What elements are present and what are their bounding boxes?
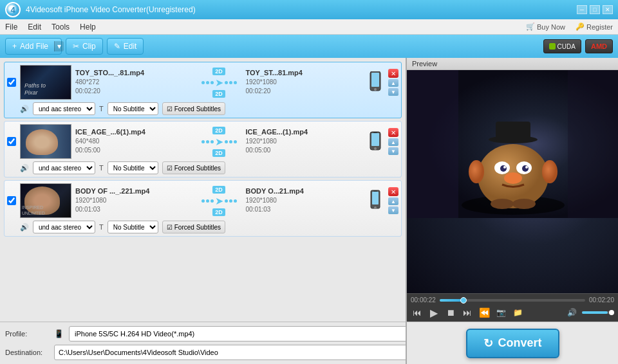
file-thumbnail-3: INSPIREDUNLIMTED [20,183,71,218]
checkbox-icon-1: ☑ [167,105,173,113]
svg-point-5 [374,147,377,150]
item-controls-3: ✕ ▲ ▼ [388,187,398,214]
buy-now-button[interactable]: 🛒 Buy Now [526,23,565,31]
file-output-2: ICE_AGE...(1).mp4 1920*1080 00:05:00 [246,128,363,155]
skip-to-start-button[interactable]: ⏮ [411,306,424,319]
svg-point-22 [500,165,507,172]
move-up-1-button[interactable]: ▲ [388,79,398,87]
file-thumbnail-2 [20,124,71,159]
forced-subtitles-2-button[interactable]: ☑ Forced Subtitles [162,161,225,174]
svg-rect-9 [373,190,377,192]
subtitle-icon-3: T [99,223,104,231]
audio-select-1[interactable]: und aac stereo [33,102,95,115]
preview-label: Preview [407,58,618,70]
menu-help[interactable]: Help [80,23,96,32]
clip-button[interactable]: ✂ Clip [66,38,103,55]
file-output-1: TOY_ST...81.mp4 1920*1080 00:02:20 [246,69,363,96]
move-down-1-button[interactable]: ▼ [388,88,398,96]
add-file-button[interactable]: + Add File ▾ [5,38,62,55]
file-item-2: ICE_AGE_...6(1).mp4 640*480 00:05:00 2D … [4,121,402,177]
move-up-3-button[interactable]: ▲ [388,197,398,205]
menu-edit[interactable]: Edit [28,23,41,32]
svg-rect-1 [371,73,379,87]
progress-bar[interactable] [440,299,585,302]
svg-point-10 [374,206,377,209]
move-down-3-button[interactable]: ▼ [388,206,398,214]
skip-to-end-button[interactable]: ⏭ [461,306,474,319]
window-controls: ─ □ ✕ [577,5,613,14]
file-checkbox-1[interactable] [7,78,16,87]
svg-rect-8 [372,192,379,205]
remove-file-3-button[interactable]: ✕ [388,187,398,196]
play-button[interactable]: ▶ [427,306,440,319]
device-icon-2 [366,131,384,152]
register-button[interactable]: 🔑 Register [576,23,613,31]
svg-point-24 [503,166,506,168]
cuda-dot [549,43,556,50]
file-info-1: TOY_STO..._.81.mp4 480*272 00:02:20 [75,69,192,96]
file-item-1-bottom: 🔊 und aac stereo T No Subtitle ☑ Forced … [7,102,398,115]
subtitle-select-2[interactable]: No Subtitle [108,161,158,174]
progress-fill [440,299,462,302]
open-folder-preview-button[interactable]: 📁 [511,306,524,319]
file-item-2-bottom: 🔊 und aac stereo T No Subtitle ☑ Forced … [7,161,398,174]
close-button[interactable]: ✕ [603,5,613,14]
convert-button[interactable]: ↻ Convert [466,329,559,358]
svg-rect-12 [407,70,458,218]
subtitle-select-3[interactable]: No Subtitle [108,221,158,233]
forced-subtitles-1-button[interactable]: ☑ Forced Subtitles [162,102,225,115]
svg-point-2 [374,88,377,91]
progress-thumb [460,297,467,304]
minimize-button[interactable]: ─ [577,5,587,14]
svg-point-23 [522,165,529,172]
snapshot-button[interactable]: 📷 [494,306,507,319]
edit-button[interactable]: ✎ Edit [107,38,144,55]
svg-point-18 [469,160,484,183]
move-down-2-button[interactable]: ▼ [388,147,398,155]
svg-point-27 [491,199,514,209]
item-controls-2: ✕ ▲ ▼ [388,128,398,155]
speaker-icon-3: 🔊 [20,223,29,232]
maximize-button[interactable]: □ [590,5,600,14]
edit-icon: ✎ [114,42,120,51]
file-output-3: BODY O...21.mp4 1920*1080 00:01:03 [246,187,363,214]
menu-tools[interactable]: Tools [52,23,70,32]
time-start: 00:00:22 [411,296,436,304]
content-area: Paths toPixar TOY_STO..._.81.mp4 480*272… [0,58,618,322]
svg-point-19 [542,160,557,183]
file-info-2: ICE_AGE_...6(1).mp4 640*480 00:05:00 [75,128,192,155]
volume-slider[interactable] [582,311,614,314]
forced-subtitles-3-button[interactable]: ☑ Forced Subtitles [162,221,225,233]
dest-label: Destination: [5,349,50,356]
plus-icon: + [12,42,17,51]
stop-button[interactable]: ⏹ [444,306,457,319]
amd-button[interactable]: AMD [585,39,613,53]
preview-controls: 00:00:22 00:02:20 ⏮ ▶ ⏹ ⏭ ⏪ 📷 📁 [407,293,618,322]
key-icon: 🔑 [576,23,585,31]
svg-rect-17 [496,122,530,141]
file-item-3-bottom: 🔊 und aac stereo T No Subtitle ☑ Forced … [7,221,398,233]
audio-select-3[interactable]: und aac stereo [33,221,95,233]
menu-bar: File Edit Tools Help 🛒 Buy Now 🔑 Registe… [0,19,618,35]
speaker-icon-1: 🔊 [20,105,29,113]
svg-point-28 [512,199,536,209]
file-list: Paths toPixar TOY_STO..._.81.mp4 480*272… [0,58,406,322]
file-checkbox-2[interactable] [7,137,16,146]
device-icon-3 [366,190,384,212]
amd-icon: AMD [591,42,607,50]
menu-file[interactable]: File [5,23,17,32]
cuda-button[interactable]: CUDA [543,39,581,53]
convert-arrow-3: 2D ➤ 2D [196,186,242,216]
subtitle-select-1[interactable]: No Subtitle [108,102,158,115]
app-logo: 4 [5,2,21,17]
move-up-2-button[interactable]: ▲ [388,138,398,146]
file-item-3: INSPIREDUNLIMTED BODY OF ..._.221.mp4 19… [4,180,402,237]
destination-input[interactable] [54,345,441,360]
file-checkbox-3[interactable] [7,196,16,205]
add-file-dropdown[interactable]: ▾ [54,41,64,51]
remove-file-1-button[interactable]: ✕ [388,69,398,78]
rewind-button[interactable]: ⏪ [478,306,491,319]
svg-point-25 [525,166,528,168]
audio-select-2[interactable]: und aac stereo [33,161,95,174]
remove-file-2-button[interactable]: ✕ [388,128,398,137]
